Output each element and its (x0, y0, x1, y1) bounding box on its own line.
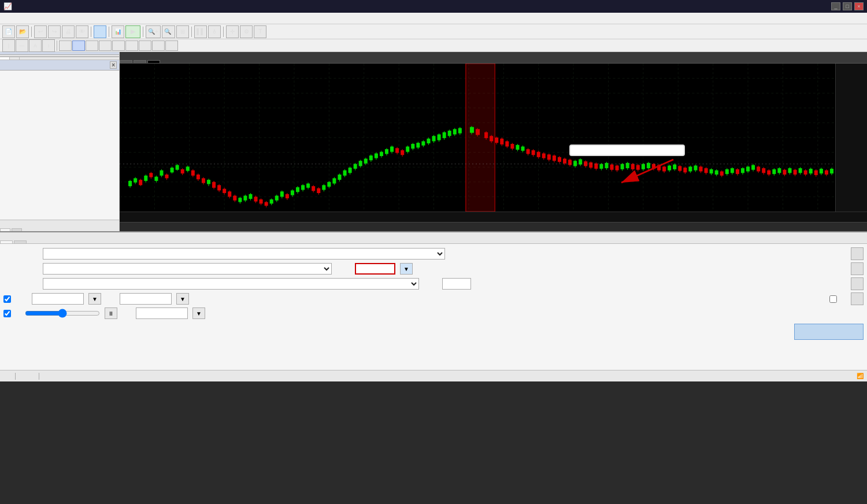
skip-to-calendar-button[interactable]: ▼ (192, 307, 205, 319)
ea-select[interactable] (43, 248, 445, 260)
svg-rect-276 (777, 168, 781, 173)
tab-common[interactable] (0, 228, 10, 231)
close-button[interactable]: × (854, 2, 864, 10)
svg-rect-286 (804, 171, 807, 175)
tf-h1[interactable] (112, 40, 125, 51)
tab-favorites[interactable] (12, 228, 22, 231)
pause-button[interactable]: ⏸ (105, 307, 117, 319)
chart-canvas (120, 64, 867, 212)
svg-rect-172 (505, 141, 509, 146)
svg-rect-86 (270, 199, 273, 203)
tf-m15[interactable] (86, 40, 98, 51)
chart-tab-eurusd-m2[interactable] (134, 60, 146, 63)
autotrading-button[interactable]: ▶ (125, 25, 140, 38)
visual-mode-checkbox[interactable] (3, 310, 11, 317)
crosshair-button[interactable]: ✛ (226, 25, 239, 38)
mw-col-ask (86, 55, 119, 56)
cursor-tool[interactable]: ↕ (42, 39, 55, 52)
indicators-button[interactable]: ⚙ (240, 25, 253, 38)
svg-rect-266 (751, 165, 755, 170)
chart-area (120, 52, 867, 231)
svg-rect-104 (317, 188, 320, 193)
status-bar: 📶 (0, 370, 867, 381)
tf-m5[interactable] (72, 40, 85, 51)
tf-h4[interactable] (125, 40, 138, 51)
candle-button[interactable]: 🕯 (208, 25, 221, 38)
tf-w1[interactable] (152, 40, 165, 51)
common-favorites-tabs (0, 220, 119, 231)
separator6 (223, 27, 224, 37)
modify-expert-button[interactable] (851, 292, 864, 305)
svg-rect-88 (275, 196, 279, 201)
navigator-close-button[interactable]: × (110, 61, 117, 69)
tab-symbols[interactable] (0, 57, 10, 60)
nav-tree (0, 71, 119, 73)
chart-tab-gbpusd-m5[interactable] (147, 60, 160, 63)
to-input[interactable] (120, 293, 172, 305)
open-button[interactable]: 📂 (16, 25, 29, 38)
bar-chart-button[interactable]: ▌▌ (194, 25, 207, 38)
tf-d1[interactable] (139, 40, 151, 51)
optimization-checkbox[interactable] (829, 295, 837, 303)
redo-button[interactable]: ↪ (48, 25, 61, 38)
new-order-button[interactable] (94, 25, 106, 38)
price-scale (835, 64, 867, 212)
svg-rect-142 (416, 143, 420, 147)
speed-slider[interactable] (25, 309, 100, 318)
model-select[interactable] (43, 278, 419, 290)
svg-rect-64 (212, 182, 216, 188)
from-input[interactable] (32, 293, 84, 305)
svg-rect-122 (364, 159, 368, 164)
window-controls[interactable]: _ □ × (831, 2, 864, 10)
tab-journal[interactable] (14, 240, 27, 243)
tf-m30[interactable] (99, 40, 112, 51)
symbol-properties-button[interactable] (851, 262, 864, 275)
to-calendar-button[interactable]: ▼ (176, 293, 189, 305)
svg-rect-48 (171, 168, 174, 172)
undo-button[interactable]: ↩ (34, 25, 47, 38)
from-calendar-button[interactable]: ▼ (88, 293, 101, 305)
start-button[interactable] (794, 324, 864, 340)
hline-tool[interactable]: — (16, 39, 28, 52)
minimize-button[interactable]: _ (831, 2, 840, 10)
tab-tick-chart[interactable] (10, 57, 20, 60)
svg-rect-296 (830, 169, 833, 173)
zoom-in-button[interactable]: 🔍+ (146, 25, 161, 38)
svg-rect-184 (537, 152, 540, 157)
svg-rect-62 (207, 180, 210, 184)
expert-properties-button[interactable] (851, 247, 864, 260)
text-tool[interactable]: A (29, 39, 42, 52)
new-chart-button[interactable]: 📄 (2, 25, 15, 38)
tf-mn[interactable] (165, 40, 178, 51)
spread-input[interactable] (442, 278, 471, 290)
svg-rect-194 (563, 159, 566, 164)
svg-rect-246 (699, 166, 702, 171)
maximize-button[interactable]: □ (843, 2, 852, 10)
svg-rect-170 (500, 139, 503, 144)
svg-rect-134 (395, 148, 399, 153)
svg-rect-52 (181, 169, 184, 173)
tf-m1[interactable] (59, 40, 72, 51)
line-tool[interactable]: | (2, 39, 15, 52)
symbol-select[interactable] (43, 263, 332, 275)
svg-rect-102 (312, 186, 315, 191)
svg-rect-154 (448, 131, 451, 136)
chart-tab-eurusd-m1[interactable] (120, 60, 132, 63)
svg-rect-98 (301, 185, 305, 190)
svg-rect-82 (260, 199, 263, 203)
print-preview-button[interactable]: 👁 (76, 25, 88, 38)
svg-rect-80 (254, 197, 258, 201)
fullscreen-button[interactable]: ⊞ (176, 25, 189, 38)
template-button[interactable]: T (254, 25, 266, 38)
use-date-checkbox[interactable] (3, 295, 11, 303)
print-button[interactable]: 🖨 (62, 25, 75, 38)
separator1 (31, 27, 32, 37)
chart-line-button[interactable]: 📊 (112, 25, 124, 38)
skip-to-input[interactable] (136, 307, 188, 319)
chart-scrollbar[interactable] (120, 222, 867, 231)
period-input[interactable] (355, 263, 395, 275)
zoom-out-button[interactable]: 🔍- (162, 25, 175, 38)
period-dropdown-button[interactable]: ▼ (400, 263, 413, 275)
tab-settings[interactable] (0, 240, 13, 243)
open-chart-button[interactable] (851, 277, 864, 290)
